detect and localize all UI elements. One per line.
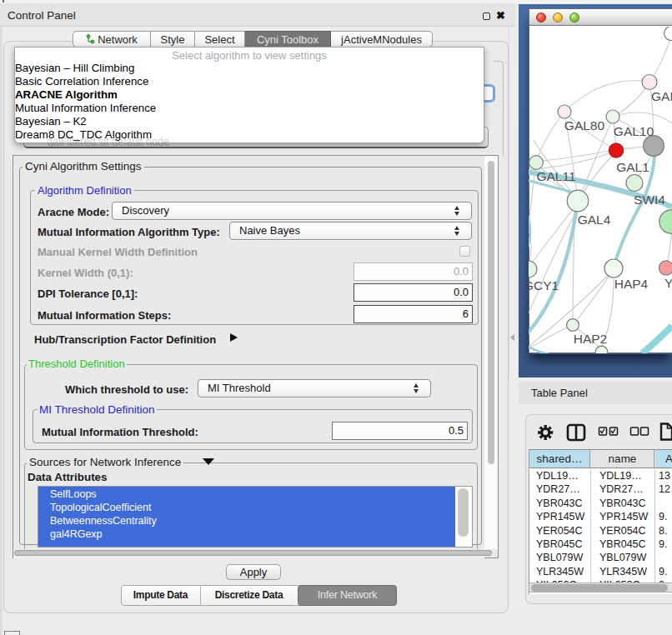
- svg-text:GAL4: GAL4: [578, 212, 611, 227]
- svg-text:GAL11: GAL11: [536, 169, 575, 183]
- svg-text:SWI4: SWI4: [634, 192, 665, 207]
- svg-text:HAP4: HAP4: [614, 277, 649, 291]
- svg-text:YJ: YJ: [664, 276, 672, 290]
- svg-text:GAL1: GAL1: [616, 160, 649, 174]
- svg-text:GAL80: GAL80: [564, 118, 605, 132]
- svg-text:GCY1: GCY1: [529, 278, 559, 292]
- svg-text:HAP2: HAP2: [574, 332, 608, 346]
- svg-text:GAL7: GAL7: [651, 89, 672, 103]
- svg-text:GAL10: GAL10: [614, 124, 654, 138]
